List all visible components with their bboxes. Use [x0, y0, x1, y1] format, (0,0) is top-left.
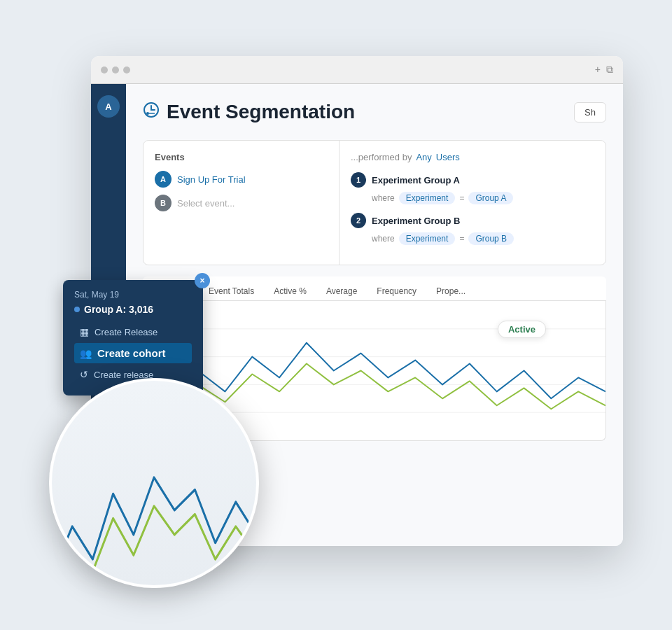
duplicate-tab-icon[interactable]: ⧉ [606, 64, 613, 76]
page-header: Event Segmentation Sh [143, 101, 606, 123]
tooltip-group-value: Group A: 3,016 [74, 304, 192, 315]
browser-actions: + ⧉ [595, 64, 613, 76]
events-section: Events A Sign Up For Trial B Select even… [144, 141, 340, 265]
filter-num-2: 2 [351, 213, 366, 228]
create-cohort-label: Create cohort [97, 347, 166, 359]
filter-where-label-2: where [372, 234, 395, 244]
tab-frequency[interactable]: Frequency [367, 282, 426, 300]
event-row-b: B Select event... [155, 195, 328, 211]
sidebar-logo-label: A [105, 102, 111, 112]
circle-magnifier [49, 378, 259, 588]
tooltip-dot [74, 307, 80, 312]
filter-equals-1: = [459, 193, 464, 203]
filter-field-1[interactable]: Experiment [399, 192, 456, 204]
filter-value-2[interactable]: Group B [468, 232, 514, 245]
share-button[interactable]: Sh [574, 102, 606, 122]
filter-num-1: 1 [351, 172, 366, 188]
active-badge: Active [498, 321, 546, 338]
filter-equals-2: = [459, 234, 464, 244]
browser-dot-1 [101, 66, 108, 74]
filter-group-2: 2 Experiment Group B where Experiment = … [351, 213, 594, 245]
page-title: Event Segmentation [167, 101, 355, 123]
tooltip-popup: × Sat, May 19 Group A: 3,016 ▦ Create Re… [63, 280, 203, 396]
event-name-a[interactable]: Sign Up For Trial [177, 174, 246, 185]
performed-by-label: ...performed by [351, 152, 412, 162]
tab-average[interactable]: Average [316, 282, 367, 300]
tooltip-date: Sat, May 19 [74, 290, 192, 300]
any-link[interactable]: Any [416, 152, 431, 162]
analysis-panel: Events A Sign Up For Trial B Select even… [143, 140, 606, 265]
filter-where-1: where Experiment = Group A [372, 192, 594, 204]
filter-group-2-header: 2 Experiment Group B [351, 213, 594, 228]
tooltip-group-label: Group A: 3,016 [84, 304, 153, 315]
tooltip-close-button[interactable]: × [195, 273, 210, 288]
tab-active-percent[interactable]: Active % [264, 282, 316, 300]
svg-point-1 [146, 112, 149, 115]
browser-titlebar: + ⧉ [91, 56, 623, 84]
event-badge-a: A [155, 171, 172, 188]
segmentation-icon [143, 102, 160, 122]
performed-by: ...performed by Any Users [351, 152, 594, 162]
create-release-icon: ↺ [80, 369, 88, 380]
filter-where-2: where Experiment = Group B [372, 232, 594, 245]
new-tab-icon[interactable]: + [595, 64, 601, 76]
filter-group-1-name: Experiment Group A [372, 175, 460, 186]
circle-chart-svg [52, 428, 256, 585]
browser-dots [101, 66, 130, 74]
browser-dot-3 [123, 66, 130, 74]
page-title-area: Event Segmentation [143, 101, 355, 123]
filter-where-label-1: where [372, 193, 395, 203]
tooltip-create-cohort[interactable]: 👥 Create cohort [74, 343, 192, 363]
tab-properties[interactable]: Prope... [426, 282, 475, 300]
filter-group-1-header: 1 Experiment Group A [351, 172, 594, 188]
create-release-small-icon: ▦ [80, 326, 89, 337]
event-badge-b: B [155, 195, 172, 211]
create-cohort-icon: 👥 [80, 348, 92, 359]
tooltip-create-release-small[interactable]: ▦ Create Release [74, 322, 192, 342]
metric-tabs: Uniques Event Totals Active % Average Fr… [143, 276, 606, 301]
filters-section: ...performed by Any Users 1 Experiment G… [340, 141, 606, 265]
circle-inner [52, 381, 256, 585]
users-link[interactable]: Users [436, 152, 460, 162]
filter-field-2[interactable]: Experiment [399, 232, 456, 245]
event-placeholder-b[interactable]: Select event... [177, 198, 234, 209]
filter-group-1: 1 Experiment Group A where Experiment = … [351, 172, 594, 204]
filter-value-1[interactable]: Group A [468, 192, 513, 204]
events-title: Events [155, 152, 328, 162]
event-row-a: A Sign Up For Trial [155, 171, 328, 188]
browser-dot-2 [112, 66, 119, 74]
create-release-small-label: Create Release [94, 327, 158, 337]
sidebar-logo[interactable]: A [97, 95, 120, 118]
filter-group-2-name: Experiment Group B [372, 216, 460, 226]
